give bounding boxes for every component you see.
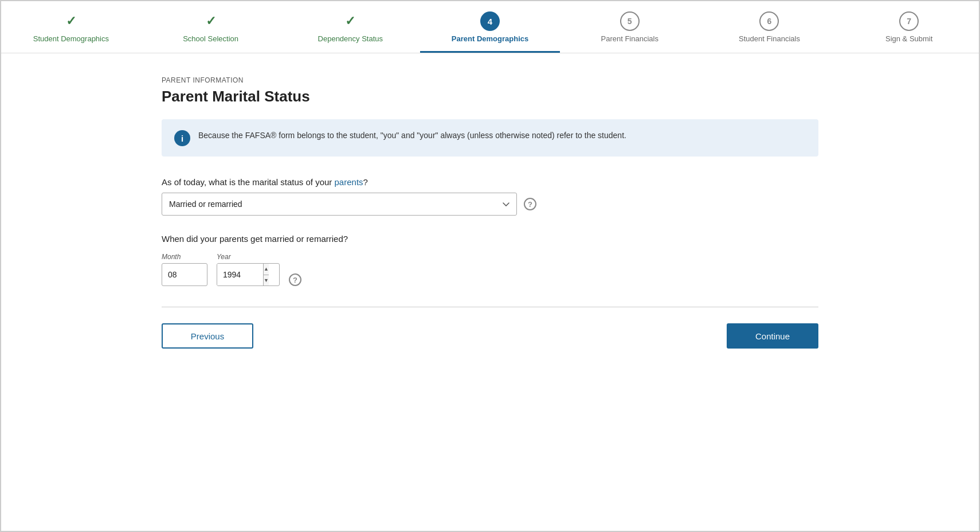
step-school-selection[interactable]: ✓ School Selection: [141, 1, 281, 53]
step-circle-3: ✓: [340, 11, 360, 31]
continue-button[interactable]: Continue: [727, 323, 818, 349]
info-text: Because the FAFSA® form belongs to the s…: [198, 130, 626, 142]
year-field-group: Year ▲ ▼: [217, 253, 280, 286]
month-input[interactable]: [162, 263, 207, 286]
step-sign-submit[interactable]: 7 Sign & Submit: [839, 1, 979, 53]
marital-status-select[interactable]: Married or remarried Never married Divor…: [162, 193, 517, 216]
step-student-financials[interactable]: 6 Student Financials: [700, 1, 840, 53]
info-box: i Because the FAFSA® form belongs to the…: [162, 119, 818, 157]
section-title: Parent Marital Status: [162, 88, 818, 105]
date-help-icon[interactable]: ?: [289, 273, 301, 286]
month-field-group: Month: [162, 253, 207, 286]
step-circle-1: ✓: [61, 11, 81, 31]
step-student-demographics[interactable]: ✓ Student Demographics: [1, 1, 141, 53]
step-label-7: Sign & Submit: [885, 34, 932, 43]
year-spin-down[interactable]: ▼: [264, 275, 269, 286]
step-parent-demographics[interactable]: 4 Parent Demographics: [420, 1, 560, 53]
step-label-4: Parent Demographics: [452, 34, 528, 43]
step-circle-5: 5: [620, 11, 640, 31]
parents-link[interactable]: parents: [335, 177, 363, 187]
step-label-5: Parent Financials: [601, 34, 658, 43]
step-circle-7: 7: [899, 11, 919, 31]
section-divider: [162, 307, 818, 307]
marital-status-question: As of today, what is the marital status …: [162, 177, 818, 187]
step-label-3: Dependency Status: [318, 34, 383, 43]
step-circle-6: 6: [759, 11, 779, 31]
date-fields-row: Month Year ▲ ▼ ?: [162, 253, 818, 286]
step-label-2: School Selection: [183, 34, 238, 43]
step-dependency-status[interactable]: ✓ Dependency Status: [280, 1, 420, 53]
step-circle-2: ✓: [201, 11, 221, 31]
year-label: Year: [217, 253, 280, 261]
step-circle-4: 4: [480, 11, 500, 31]
info-icon: i: [174, 130, 190, 146]
step-parent-financials[interactable]: 5 Parent Financials: [560, 1, 700, 53]
main-content: PARENT INFORMATION Parent Marital Status…: [1, 53, 979, 531]
year-input[interactable]: [217, 264, 263, 285]
marital-status-help-icon[interactable]: ?: [524, 198, 536, 210]
marital-status-row: Married or remarried Never married Divor…: [162, 193, 818, 216]
step-label-6: Student Financials: [739, 34, 800, 43]
step-label-1: Student Demographics: [33, 34, 109, 43]
page-wrapper: ✓ Student Demographics ✓ School Selectio…: [0, 0, 980, 532]
month-label: Month: [162, 253, 207, 261]
date-question-label: When did your parents get married or rem…: [162, 234, 818, 244]
buttons-row: Previous Continue: [162, 323, 818, 349]
stepper: ✓ Student Demographics ✓ School Selectio…: [1, 1, 979, 53]
year-spin-up[interactable]: ▲: [264, 264, 269, 275]
section-label: PARENT INFORMATION: [162, 76, 818, 84]
previous-button[interactable]: Previous: [162, 323, 253, 349]
year-spinners: ▲ ▼: [263, 264, 269, 285]
year-input-wrapper: ▲ ▼: [217, 263, 280, 286]
